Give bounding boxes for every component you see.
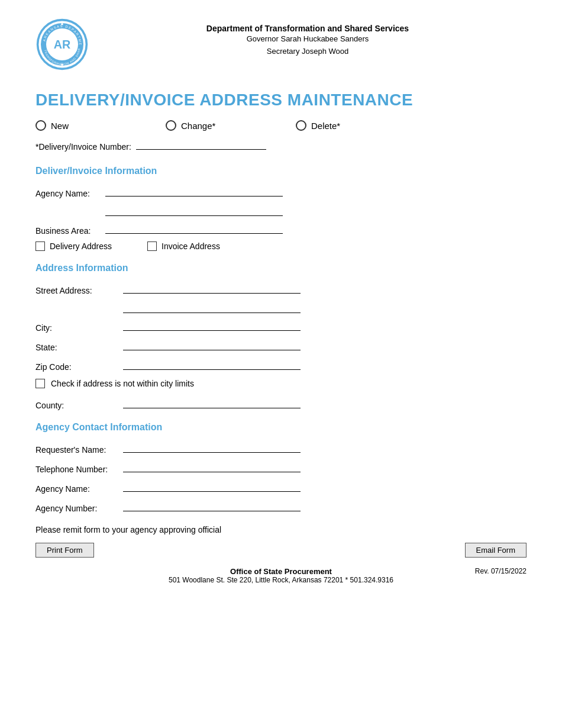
agency-contact-section: Agency Contact Information Requester's N… <box>35 422 527 513</box>
city-row: City: <box>35 319 527 333</box>
county-label: County: <box>35 401 118 410</box>
county-row: County: <box>35 397 527 410</box>
delivery-checkbox[interactable] <box>35 241 45 251</box>
requester-name-field[interactable] <box>123 441 301 453</box>
footer-rev: Rev. 07/15/2022 <box>475 567 527 575</box>
radio-delete[interactable]: Delete* <box>296 120 426 131</box>
ar-logo: AR ARKANSAS DEPARTMENT OF TRANSFORMATION… <box>35 18 89 71</box>
state-row: State: <box>35 339 527 352</box>
zip-label: Zip Code: <box>35 362 118 372</box>
street-address-field[interactable] <box>123 282 301 294</box>
print-form-button[interactable]: Print Form <box>35 543 94 558</box>
zip-field[interactable] <box>123 358 301 370</box>
email-form-button[interactable]: Email Form <box>465 543 527 558</box>
business-area-row: Business Area: <box>35 222 527 236</box>
svg-point-7 <box>61 23 63 25</box>
radio-change-label: Change* <box>181 121 215 131</box>
action-radio-row: New Change* Delete* <box>35 120 527 131</box>
section1-title: Deliver/Invoice Information <box>35 166 527 176</box>
zip-row: Zip Code: <box>35 358 527 372</box>
telephone-row: Telephone Number: <box>35 460 527 474</box>
agency-number-row: Agency Number: <box>35 500 527 513</box>
city-limits-checkbox[interactable] <box>35 379 45 388</box>
city-limits-row: Check if address is not within city limi… <box>35 379 527 388</box>
business-area-field[interactable] <box>105 222 283 234</box>
telephone-field[interactable] <box>123 460 301 472</box>
deliver-invoice-section: Deliver/Invoice Information Agency Name:… <box>35 166 527 251</box>
form-buttons-row: Print Form Email Form <box>35 543 527 558</box>
street-address-field2[interactable] <box>123 301 301 313</box>
delivery-address-label: Delivery Address <box>50 241 112 251</box>
secretary-name: Secretary Joseph Wood <box>89 46 527 58</box>
agency-name-label: Agency Name: <box>35 189 101 198</box>
footer-address: 501 Woodlane St. Ste 220, Little Rock, A… <box>169 576 393 584</box>
agency-name-row2 <box>35 204 527 216</box>
section2-title: Address Information <box>35 263 527 273</box>
city-field[interactable] <box>123 319 301 331</box>
section3-title: Agency Contact Information <box>35 422 527 433</box>
radio-delete-circle[interactable] <box>296 120 306 131</box>
footer-bottom: Office of State Procurement 501 Woodlane… <box>35 567 527 584</box>
contact-agency-name-row: Agency Name: <box>35 480 527 494</box>
agency-name-field[interactable] <box>105 185 283 197</box>
radio-new-circle[interactable] <box>35 120 46 131</box>
page-header: AR ARKANSAS DEPARTMENT OF TRANSFORMATION… <box>35 18 527 73</box>
city-limits-label: Check if address is not within city limi… <box>51 379 194 388</box>
agency-name-row: Agency Name: <box>35 185 527 198</box>
invoice-address-check[interactable]: Invoice Address <box>147 241 220 251</box>
invoice-number-label: *Delivery/Invoice Number: <box>35 142 131 152</box>
invoice-number-field[interactable] <box>136 138 266 150</box>
remit-text: Please remit form to your agency approvi… <box>35 525 527 534</box>
svg-point-8 <box>61 63 63 66</box>
radio-change-circle[interactable] <box>166 120 176 131</box>
page-title: DELIVERY/INVOICE ADDRESS MAINTENANCE <box>35 91 527 109</box>
agency-number-label: Agency Number: <box>35 504 118 513</box>
svg-text:AR: AR <box>54 38 71 51</box>
street-address-label: Street Address: <box>35 286 118 295</box>
agency-number-field[interactable] <box>123 500 301 511</box>
invoice-address-label: Invoice Address <box>162 241 220 251</box>
requester-name-row: Requester's Name: <box>35 441 527 455</box>
city-label: City: <box>35 323 118 333</box>
radio-delete-label: Delete* <box>311 121 340 131</box>
county-field[interactable] <box>123 397 301 408</box>
delivery-address-check[interactable]: Delivery Address <box>35 241 112 251</box>
contact-agency-name-field[interactable] <box>123 480 301 492</box>
invoice-checkbox[interactable] <box>147 241 157 251</box>
governor-name: Governor Sarah Huckabee Sanders <box>89 33 527 46</box>
address-info-section: Address Information Street Address: City… <box>35 263 527 410</box>
radio-new[interactable]: New <box>35 120 166 131</box>
address-type-row: Delivery Address Invoice Address <box>35 241 527 251</box>
radio-new-label: New <box>51 121 69 131</box>
state-field[interactable] <box>123 339 301 350</box>
street-address-row: Street Address: <box>35 282 527 295</box>
requester-name-label: Requester's Name: <box>35 445 118 455</box>
page-footer: Office of State Procurement 501 Woodlane… <box>35 567 527 584</box>
logo-container: AR ARKANSAS DEPARTMENT OF TRANSFORMATION… <box>35 18 89 73</box>
radio-change[interactable]: Change* <box>166 120 296 131</box>
contact-agency-name-label: Agency Name: <box>35 484 118 494</box>
agency-name-field2[interactable] <box>105 204 283 216</box>
header-text-block: Department of Transformation and Shared … <box>89 18 527 58</box>
invoice-number-row: *Delivery/Invoice Number: <box>35 138 527 152</box>
business-area-label: Business Area: <box>35 226 101 236</box>
street-address-row2 <box>35 301 527 313</box>
telephone-label: Telephone Number: <box>35 465 118 474</box>
dept-name: Department of Transformation and Shared … <box>89 24 527 33</box>
office-name: Office of State Procurement <box>169 567 393 576</box>
state-label: State: <box>35 343 118 352</box>
